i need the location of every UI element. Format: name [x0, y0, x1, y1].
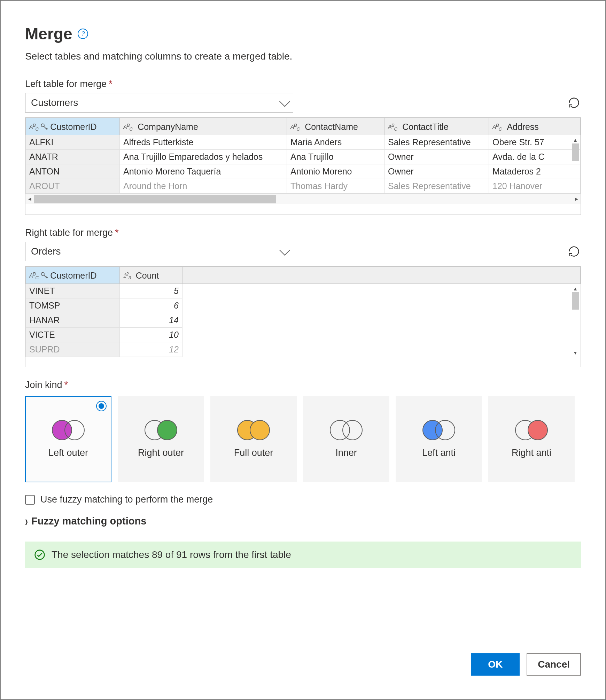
radio-selected-icon	[96, 401, 107, 411]
text-type-icon: ABC	[388, 123, 397, 132]
venn-diagram-icon	[52, 420, 85, 440]
fuzzy-options-expander[interactable]: › Fuzzy matching options	[25, 515, 581, 527]
right-table-preview[interactable]: ABC CustomerID 123 Count VIN	[25, 266, 581, 367]
join-option-inner[interactable]: Inner	[303, 396, 389, 482]
left-table-select[interactable]: Customers	[25, 93, 293, 112]
chevron-down-icon	[279, 96, 290, 107]
help-icon[interactable]: ?	[78, 29, 88, 39]
table-row[interactable]: ANATR Ana Trujillo Emparedados y helados…	[26, 149, 581, 164]
column-header[interactable]: ABC Address	[489, 118, 581, 135]
table-row[interactable]: SUPRD 12	[26, 342, 581, 357]
text-type-icon: ABC	[29, 271, 38, 280]
chevron-down-icon	[279, 245, 290, 256]
join-option-right-outer[interactable]: Right outer	[118, 396, 204, 482]
venn-diagram-icon	[422, 420, 455, 440]
table-header-row: ABC CustomerID ABC CompanyName ABC Conta…	[26, 118, 581, 135]
venn-diagram-icon	[515, 420, 548, 440]
join-option-left-outer[interactable]: Left outer	[25, 396, 111, 482]
refresh-right-button[interactable]	[567, 244, 581, 258]
dialog-subtitle: Select tables and matching columns to cr…	[25, 51, 581, 62]
cancel-button[interactable]: Cancel	[527, 653, 581, 676]
join-option-label: Right anti	[512, 447, 551, 458]
svg-point-0	[41, 124, 45, 127]
column-header[interactable]: ABC ContactTitle	[384, 118, 489, 135]
join-option-label: Left anti	[422, 447, 456, 458]
text-type-icon: ABC	[290, 123, 300, 132]
dialog-title: Merge	[25, 24, 72, 43]
venn-diagram-icon	[145, 420, 177, 440]
table-header-row: ABC CustomerID 123 Count	[26, 267, 581, 284]
left-table-preview[interactable]: ABC CustomerID ABC CompanyName ABC Conta…	[25, 117, 581, 215]
svg-point-2	[35, 550, 45, 560]
join-option-label: Inner	[335, 447, 357, 458]
fuzzy-matching-label: Use fuzzy matching to perform the merge	[40, 494, 213, 505]
table-row[interactable]: HANAR 14	[26, 313, 581, 327]
chevron-right-icon: ›	[25, 513, 28, 529]
key-icon	[40, 271, 49, 280]
right-table-select[interactable]: Orders	[25, 242, 293, 261]
column-header[interactable]: ABC CustomerID	[26, 267, 120, 284]
vertical-scrollbar[interactable]: ▲ ▼	[571, 285, 580, 356]
venn-diagram-icon	[237, 420, 270, 440]
table-row[interactable]: ANTON Antonio Moreno Taquería Antonio Mo…	[26, 164, 581, 179]
svg-point-1	[41, 273, 45, 276]
venn-diagram-icon	[330, 420, 363, 440]
join-option-full-outer[interactable]: Full outer	[210, 396, 297, 482]
refresh-left-button[interactable]	[567, 96, 581, 110]
text-type-icon: ABC	[29, 123, 38, 132]
table-row[interactable]: VINET 5	[26, 283, 581, 298]
text-type-icon: ABC	[123, 123, 132, 132]
column-header[interactable]: ABC CustomerID	[26, 118, 120, 135]
join-option-right-anti[interactable]: Right anti	[488, 396, 575, 482]
left-table-label: Left table for merge*	[25, 79, 581, 90]
column-header[interactable]: ABC ContactName	[287, 118, 384, 135]
number-type-icon: 123	[123, 271, 131, 280]
join-option-label: Left outer	[48, 447, 88, 458]
column-header[interactable]: 123 Count	[120, 267, 182, 284]
table-row[interactable]: AROUT Around the Horn Thomas Hardy Sales…	[26, 179, 581, 193]
join-option-label: Right outer	[138, 447, 184, 458]
table-row[interactable]: VICTE 10	[26, 327, 581, 342]
right-table-label: Right table for merge*	[25, 227, 581, 238]
checkmark-circle-icon	[34, 549, 45, 560]
match-status-text: The selection matches 89 of 91 rows from…	[52, 549, 291, 560]
join-kind-options: Left outerRight outerFull outerInnerLeft…	[25, 396, 581, 482]
match-status-bar: The selection matches 89 of 91 rows from…	[25, 542, 581, 568]
join-option-label: Full outer	[234, 447, 273, 458]
horizontal-scrollbar[interactable]: ◂ ▸	[25, 194, 581, 204]
table-row[interactable]: ALFKI Alfreds Futterkiste Maria Anders S…	[26, 135, 581, 149]
join-option-left-anti[interactable]: Left anti	[396, 396, 482, 482]
ok-button[interactable]: OK	[471, 653, 520, 676]
key-icon	[40, 122, 49, 131]
join-kind-label: Join kind*	[25, 380, 581, 390]
text-type-icon: ABC	[492, 123, 502, 132]
merge-dialog: Merge ? Select tables and matching colum…	[0, 0, 606, 700]
fuzzy-matching-checkbox[interactable]	[25, 495, 35, 505]
table-row[interactable]: TOMSP 6	[26, 298, 581, 313]
column-header[interactable]: ABC CompanyName	[120, 118, 287, 135]
